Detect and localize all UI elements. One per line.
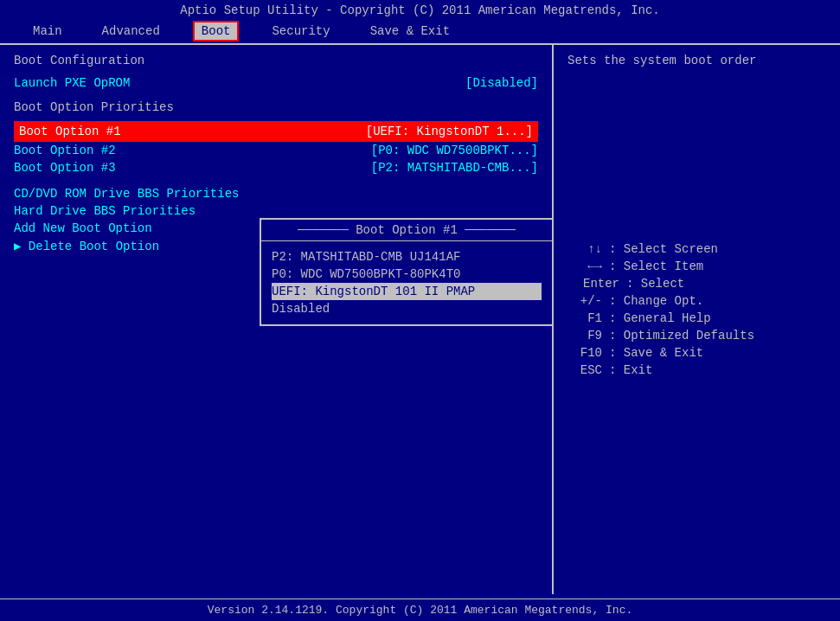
key-desc-5: : Optimized Defaults xyxy=(609,329,754,343)
menu-item-boot[interactable]: Boot xyxy=(193,21,240,42)
help-text: Sets the system boot order xyxy=(567,54,826,67)
key-4: F1 xyxy=(567,311,602,325)
key-help-row-1: ←→ : Select Item xyxy=(567,258,826,275)
key-2: Enter xyxy=(567,277,619,291)
popup-title: ─────── Boot Option #1 ─────── xyxy=(261,220,552,241)
boot-option-3-label: Boot Option #3 xyxy=(14,161,116,175)
key-help-row-2: Enter : Select xyxy=(567,275,826,292)
boot-option-popup: ─────── Boot Option #1 ─────── P2: MATSH… xyxy=(260,218,554,326)
popup-content: P2: MATSHITABD-CMB UJ141AF P0: WDC WD750… xyxy=(261,241,552,324)
key-7: ESC xyxy=(567,363,602,377)
key-desc-2: : Select xyxy=(626,277,684,291)
cddvd-priorities-link[interactable]: CD/DVD ROM Drive BBS Priorities xyxy=(14,185,538,202)
popup-option-2[interactable]: UEFI: KingstonDT 101 II PMAP xyxy=(272,283,542,300)
boot-option-1-label: Boot Option #1 xyxy=(19,125,121,138)
bottom-bar: Version 2.14.1219. Copyright (C) 2011 Am… xyxy=(0,599,840,621)
boot-option-1-value: [UEFI: KingstonDT 1...] xyxy=(366,125,533,138)
section2-title: Boot Option Priorities xyxy=(14,100,538,114)
menu-item-main[interactable]: Main xyxy=(26,22,69,40)
key-desc-1: : Select Item xyxy=(609,259,703,273)
key-desc-7: : Exit xyxy=(609,363,652,377)
menu-item-advanced[interactable]: Advanced xyxy=(95,22,167,40)
launch-pxe-row: Launch PXE OpROM [Disabled] xyxy=(14,74,538,92)
key-desc-4: : General Help xyxy=(609,311,711,325)
boot-option-2-row[interactable]: Boot Option #2 [P0: WDC WD7500BPKT...] xyxy=(14,142,538,159)
boot-option-3-row[interactable]: Boot Option #3 [P2: MATSHITABD-CMB...] xyxy=(14,159,538,176)
key-desc-6: : Save & Exit xyxy=(609,346,703,360)
title-bar: Aptio Setup Utility - Copyright (C) 2011… xyxy=(0,0,840,19)
launch-pxe-value[interactable]: [Disabled] xyxy=(465,76,538,90)
section1-title: Boot Configuration xyxy=(14,54,538,67)
popup-option-1[interactable]: P0: WDC WD7500BPKT-80PK4T0 xyxy=(272,266,542,283)
key-help-row-7: ESC : Exit xyxy=(567,362,826,379)
title-text: Aptio Setup Utility - Copyright (C) 2011… xyxy=(180,3,660,17)
left-panel: Boot Configuration Launch PXE OpROM [Dis… xyxy=(0,45,554,594)
key-help-row-4: F1 : General Help xyxy=(567,310,826,327)
popup-option-3[interactable]: Disabled xyxy=(272,300,542,317)
harddrive-priorities-link[interactable]: Hard Drive BBS Priorities xyxy=(14,202,538,220)
key-1: ←→ xyxy=(567,259,602,273)
key-help-row-6: F10 : Save & Exit xyxy=(567,344,826,362)
key-help-row-3: +/- : Change Opt. xyxy=(567,292,826,310)
bottom-text: Version 2.14.1219. Copyright (C) 2011 Am… xyxy=(208,604,632,617)
key-6: F10 xyxy=(567,346,602,360)
menu-item-save-exit[interactable]: Save & Exit xyxy=(363,22,457,40)
popup-option-0[interactable]: P2: MATSHITABD-CMB UJ141AF xyxy=(272,248,542,266)
key-help-row-5: F9 : Optimized Defaults xyxy=(567,327,826,344)
boot-option-2-value: [P0: WDC WD7500BPKT...] xyxy=(371,144,538,157)
boot-option-2-label: Boot Option #2 xyxy=(14,144,116,157)
main-content: Boot Configuration Launch PXE OpROM [Dis… xyxy=(0,44,840,594)
key-help-row-0: ↑↓ : Select Screen xyxy=(567,240,826,258)
key-desc-0: : Select Screen xyxy=(609,242,718,256)
key-0: ↑↓ xyxy=(567,242,602,256)
menu-bar: Main Advanced Boot Security Save & Exit xyxy=(0,19,840,44)
key-3: +/- xyxy=(567,294,602,308)
launch-pxe-label: Launch PXE OpROM xyxy=(14,76,130,90)
boot-option-1-row[interactable]: Boot Option #1 [UEFI: KingstonDT 1...] xyxy=(14,121,538,142)
boot-option-3-value: [P2: MATSHITABD-CMB...] xyxy=(371,161,538,175)
key-desc-3: : Change Opt. xyxy=(609,294,703,308)
key-5: F9 xyxy=(567,329,602,343)
right-panel: Sets the system boot order ↑↓ : Select S… xyxy=(554,45,840,594)
menu-item-security[interactable]: Security xyxy=(265,22,337,40)
